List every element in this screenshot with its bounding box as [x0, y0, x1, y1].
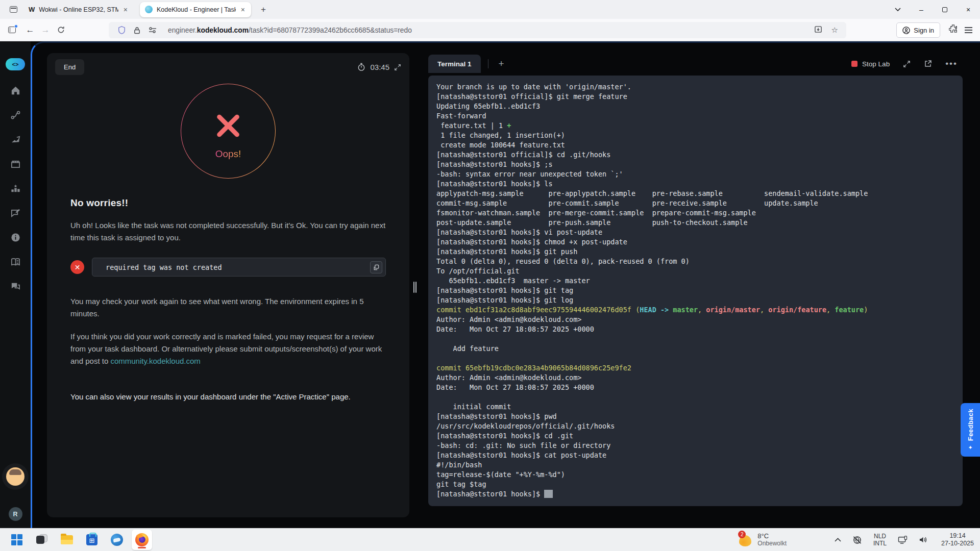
terminal-line: To /opt/official.git: [436, 266, 954, 276]
terminal-line: Updating 65ebfb1..ebd1cf3: [436, 102, 954, 111]
fullscreen-icon[interactable]: [903, 60, 911, 68]
community-link[interactable]: community.kodekloud.com: [110, 357, 200, 365]
sidebar-item-growth[interactable]: [10, 134, 21, 145]
kodekloud-logo[interactable]: <>: [6, 58, 25, 70]
terminal-line: [436, 392, 954, 402]
tab-list-chevron-icon[interactable]: [886, 0, 910, 19]
tray-overflow-chevron[interactable]: [835, 538, 841, 542]
window-controls: – ×: [886, 0, 980, 19]
terminal-tab[interactable]: Terminal 1: [428, 55, 481, 73]
sidebar-toggle-button[interactable]: [4, 22, 19, 38]
tab-close-icon[interactable]: ×: [122, 6, 129, 14]
keyboard-layout[interactable]: NLDINTL: [873, 533, 887, 547]
minimize-button[interactable]: –: [910, 0, 933, 19]
clock-widget[interactable]: 19:14 27-10-2025: [941, 532, 974, 547]
terminal-line: [natasha@ststor01 hooks]$: [436, 489, 954, 499]
extensions-puzzle-icon[interactable]: [949, 24, 958, 35]
terminal-line: -bash: cd: .git: No such file or directo…: [436, 441, 954, 450]
lock-icon[interactable]: [134, 27, 140, 34]
terminal-line: Author: Admin <admin@kodekloud.com>: [436, 373, 954, 383]
app-sidebar: <> R: [0, 41, 31, 528]
new-tab-button[interactable]: +: [256, 3, 271, 17]
open-external-icon[interactable]: [924, 60, 932, 68]
firefox-button[interactable]: [132, 530, 152, 550]
task-view-icon: [36, 534, 47, 545]
sidebar-item-info[interactable]: [10, 232, 21, 243]
url-text[interactable]: engineer.kodekloud.com/task?id=680787723…: [168, 27, 412, 34]
close-button[interactable]: ×: [957, 0, 980, 19]
terminal-panel: Terminal 1 + Stop Lab •••: [428, 55, 963, 547]
sidebar-item-home[interactable]: [10, 85, 21, 96]
terminal-line: feature.txt | 1 +: [436, 121, 954, 131]
back-button[interactable]: ←: [22, 22, 38, 38]
result-paragraph: Uh oh! Looks like the task was not compl…: [70, 219, 386, 244]
network-offline-icon[interactable]: [852, 536, 862, 544]
terminal-line: [natasha@ststor01 hooks]$ chmod +x post-…: [436, 237, 954, 247]
maximize-button[interactable]: [933, 0, 957, 19]
terminal-line: post-update.sample pre-push.sample push-…: [436, 218, 954, 228]
sidebar-item-chat[interactable]: [10, 281, 21, 292]
profile-badge[interactable]: R: [9, 507, 22, 521]
url-bar[interactable]: engineer.kodekloud.com/task?id=680787723…: [109, 22, 846, 38]
terminal-line: Total 0 (delta 0), reused 0 (delta 0), p…: [436, 257, 954, 266]
terminal-line: [natasha@ststor01 hooks]$ cat post-updat…: [436, 450, 954, 460]
permissions-icon[interactable]: [149, 27, 157, 33]
firefox-view-button[interactable]: [6, 3, 20, 16]
kodekloud-favicon: [145, 6, 153, 13]
error-x-icon: [212, 110, 244, 141]
windows-logo-icon: [11, 534, 22, 545]
sidebar-item-notes[interactable]: [10, 208, 21, 218]
file-explorer-button[interactable]: [57, 530, 77, 550]
copy-button[interactable]: [370, 261, 382, 273]
reload-button[interactable]: [53, 22, 68, 38]
new-terminal-button[interactable]: +: [496, 58, 507, 69]
terminal-line: commit 65ebfb19cdbc0e283a4b9065b84d0896c…: [436, 363, 954, 373]
firefox-icon: [135, 533, 149, 546]
firefox-view-icon: [10, 6, 17, 13]
notification-dot: [14, 24, 18, 28]
error-badge-icon: ✕: [70, 260, 84, 274]
terminal-line: Date: Mon Oct 27 18:08:57 2025 +0000: [436, 383, 954, 392]
start-button[interactable]: [7, 530, 27, 550]
menu-icon[interactable]: [962, 23, 975, 37]
terminal-line: [natasha@ststor01 hooks]$ ;s: [436, 160, 954, 169]
terminal-line: Author: Admin <admin@kodekloud.com>: [436, 315, 954, 324]
save-page-icon[interactable]: [814, 26, 822, 35]
sidebar-item-playgrounds[interactable]: [10, 159, 21, 169]
more-options-icon[interactable]: •••: [945, 59, 958, 69]
terminal-line: #!/bin/bash: [436, 460, 954, 470]
sidebar-item-learning-path[interactable]: [10, 110, 21, 120]
microsoft-store-button[interactable]: [82, 530, 102, 550]
terminal-line: create mode 100644 feature.txt: [436, 140, 954, 150]
feedback-button[interactable]: Feedback ✦: [961, 403, 980, 457]
volume-icon[interactable]: [919, 536, 928, 544]
terminal-line: [natasha@ststor01 hooks]$ vi post-update: [436, 228, 954, 237]
terminal-line: commit ebd1cf31a2c8d8abf9eec975594446002…: [436, 305, 954, 315]
sidebar-item-docs[interactable]: [10, 257, 21, 267]
tab-kodekloud[interactable]: KodeKloud - Engineer | Task ×: [140, 2, 251, 17]
forward-button[interactable]: →: [38, 22, 53, 38]
touch-keyboard-icon[interactable]: [898, 536, 908, 544]
thunderbird-button[interactable]: [107, 530, 127, 550]
oops-label: Oops!: [215, 148, 241, 160]
task-view-button[interactable]: [32, 530, 52, 550]
end-button[interactable]: End: [55, 59, 84, 75]
bookmark-star-icon[interactable]: ☆: [831, 26, 838, 35]
result-paragraph: You may check your work again to see wha…: [70, 295, 386, 320]
terminal-output[interactable]: Your branch is up to date with 'origin/m…: [428, 76, 963, 506]
expand-icon[interactable]: [394, 64, 401, 71]
kodekloud-app: <> R End 03:45: [0, 41, 980, 528]
tab-wokwi[interactable]: W Wokwi - Online ESP32, STM32, A ×: [23, 2, 134, 17]
sidebar-item-leaderboard[interactable]: [10, 183, 21, 194]
browser-tab-strip: W Wokwi - Online ESP32, STM32, A × KodeK…: [0, 0, 980, 19]
shield-icon[interactable]: [118, 26, 126, 34]
sign-in-button[interactable]: Sign in: [896, 22, 940, 38]
stop-lab-button[interactable]: Stop Lab: [851, 60, 890, 68]
terminal-line: 1 file changed, 1 insertion(+): [436, 131, 954, 140]
browser-toolbar: ← → engineer.kodekloud.com/task?id=68078…: [0, 19, 980, 41]
tab-close-icon[interactable]: ×: [240, 6, 246, 14]
panel-resize-handle[interactable]: [413, 282, 416, 293]
weather-widget[interactable]: 2 8°C Onbewolkt: [738, 532, 787, 547]
terminal-line: [natasha@ststor01 hooks]$ cd .git: [436, 431, 954, 441]
user-avatar[interactable]: [6, 467, 24, 486]
